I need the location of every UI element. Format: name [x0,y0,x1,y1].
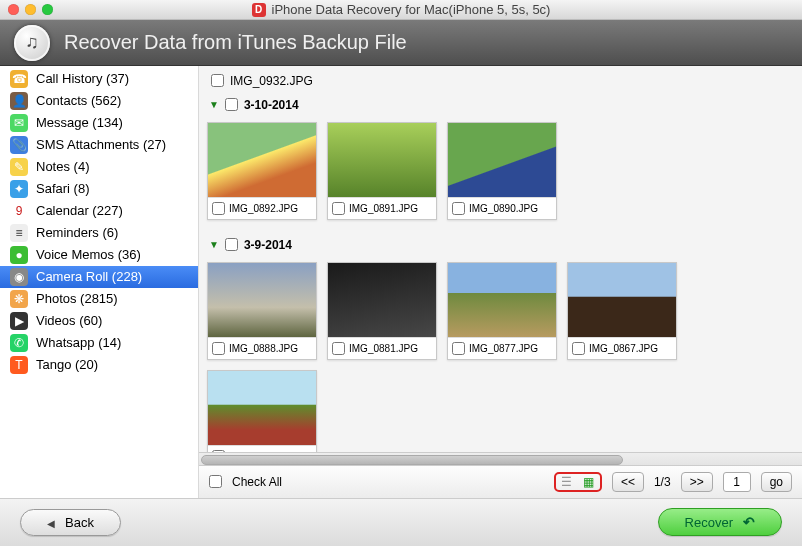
reminders-icon: ≡ [10,224,28,242]
whatsapp-icon: ✆ [10,334,28,352]
thumbnail-image[interactable] [568,263,676,338]
go-button[interactable]: go [761,472,792,492]
contacts-icon: 👤 [10,92,28,110]
sidebar-item-label: Call History (37) [36,71,129,86]
sidebar-item-label: Videos (60) [36,313,102,328]
sms-attach-icon: 📎 [10,136,28,154]
sidebar-item-voice-memos[interactable]: ●Voice Memos (36) [0,244,198,266]
thumbnail-card[interactable]: IMG_0892.JPG [207,122,317,220]
sidebar-item-label: SMS Attachments (27) [36,137,166,152]
arrow-left-icon [47,515,55,530]
thumbnail-checkbox[interactable] [572,342,585,355]
thumbnail-filename: IMG_0888.JPG [229,343,298,354]
disclosure-triangle-icon[interactable]: ▼ [209,99,219,110]
thumbnail-checkbox[interactable] [212,342,225,355]
thumbnail-image[interactable] [208,123,316,198]
prev-page-button[interactable]: << [612,472,644,492]
sidebar-item-camera-roll[interactable]: ◉Camera Roll (228) [0,266,198,288]
thumbnail-image[interactable] [208,371,316,446]
voice-memos-icon: ● [10,246,28,264]
date-group-header[interactable]: ▼3-9-2014 [207,234,794,258]
sidebar-item-reminders[interactable]: ≡Reminders (6) [0,222,198,244]
page-number-input[interactable] [723,472,751,492]
thumbnail-filename: IMG_0891.JPG [349,203,418,214]
thumbnail-image[interactable] [448,263,556,338]
sidebar-item-label: Calendar (227) [36,203,123,218]
camera-roll-icon: ◉ [10,268,28,286]
list-view-icon[interactable]: ☰ [556,474,578,490]
sidebar-item-message[interactable]: ✉Message (134) [0,112,198,134]
thumbnail-card[interactable]: IMG_0881.JPG [327,262,437,360]
sidebar-item-photos[interactable]: ❋Photos (2815) [0,288,198,310]
thumbnail-image[interactable] [448,123,556,198]
thumbnail-caption: IMG_0891.JPG [328,198,436,219]
back-button[interactable]: Back [20,509,121,536]
thumbnail-caption: IMG_0881.JPG [328,338,436,359]
sidebar-item-notes[interactable]: ✎Notes (4) [0,156,198,178]
thumbnail-checkbox[interactable] [212,202,225,215]
thumbnail-card[interactable]: IMG_0866.JPG [207,370,317,452]
thumbnail-card[interactable]: IMG_0888.JPG [207,262,317,360]
horizontal-scrollbar[interactable] [199,452,802,465]
sidebar-item-label: Tango (20) [36,357,98,372]
view-mode-toggle[interactable]: ☰ ▦ [554,472,602,492]
sidebar-item-tango[interactable]: TTango (20) [0,354,198,376]
sidebar-item-label: Reminders (6) [36,225,118,240]
sidebar-item-whatsapp[interactable]: ✆Whatsapp (14) [0,332,198,354]
group-checkbox[interactable] [225,98,238,111]
sidebar-item-label: Camera Roll (228) [36,269,142,284]
grid-view-icon[interactable]: ▦ [578,474,600,490]
window-close-button[interactable] [8,4,19,15]
thumbnail-card[interactable]: IMG_0867.JPG [567,262,677,360]
recover-button-label: Recover [685,515,733,530]
sidebar-item-safari[interactable]: ✦Safari (8) [0,178,198,200]
sidebar-item-label: Safari (8) [36,181,89,196]
header-logo-icon: ♫ [14,25,50,61]
file-name: IMG_0932.JPG [230,74,313,88]
disclosure-triangle-icon[interactable]: ▼ [209,239,219,250]
sidebar-item-videos[interactable]: ▶Videos (60) [0,310,198,332]
window-minimize-button[interactable] [25,4,36,15]
thumbnail-image[interactable] [328,263,436,338]
horizontal-scrollbar-thumb[interactable] [201,455,623,465]
notes-icon: ✎ [10,158,28,176]
thumbnail-caption: IMG_0890.JPG [448,198,556,219]
page-header: ♫ Recover Data from iTunes Backup File [0,20,802,66]
thumbnail-image[interactable] [328,123,436,198]
window-zoom-button[interactable] [42,4,53,15]
thumbnail-card[interactable]: IMG_0890.JPG [447,122,557,220]
thumbnail-filename: IMG_0890.JPG [469,203,538,214]
sidebar-item-sms-attach[interactable]: 📎SMS Attachments (27) [0,134,198,156]
thumbnail-checkbox[interactable] [452,202,465,215]
sidebar-item-label: Whatsapp (14) [36,335,121,350]
thumbnail-scroll-area[interactable]: IMG_0932.JPG▼3-10-2014IMG_0892.JPGIMG_08… [199,66,802,452]
thumbnail-image[interactable] [208,263,316,338]
file-row[interactable]: IMG_0932.JPG [207,72,794,90]
sidebar-item-label: Notes (4) [36,159,89,174]
sidebar-item-calendar[interactable]: 9Calendar (227) [0,200,198,222]
thumbnail-card[interactable]: IMG_0891.JPG [327,122,437,220]
thumbnail-checkbox[interactable] [332,202,345,215]
thumbnail-caption: IMG_0892.JPG [208,198,316,219]
date-group-header[interactable]: ▼3-10-2014 [207,94,794,118]
sidebar-item-contacts[interactable]: 👤Contacts (562) [0,90,198,112]
sidebar-item-call-history[interactable]: ☎Call History (37) [0,68,198,90]
group-checkbox[interactable] [225,238,238,251]
thumbnail-checkbox[interactable] [332,342,345,355]
thumbnail-checkbox[interactable] [452,342,465,355]
thumbnail-caption: IMG_0888.JPG [208,338,316,359]
thumbnail-filename: IMG_0867.JPG [589,343,658,354]
call-history-icon: ☎ [10,70,28,88]
group-date-label: 3-9-2014 [244,238,292,252]
safari-icon: ✦ [10,180,28,198]
category-sidebar[interactable]: ☎Call History (37)👤Contacts (562)✉Messag… [0,66,199,498]
next-page-button[interactable]: >> [681,472,713,492]
thumbnail-filename: IMG_0881.JPG [349,343,418,354]
thumbnail-card[interactable]: IMG_0877.JPG [447,262,557,360]
recover-button[interactable]: Recover [658,508,782,536]
page-indicator: 1/3 [654,475,671,489]
content-pane: IMG_0932.JPG▼3-10-2014IMG_0892.JPGIMG_08… [199,66,802,498]
window-titlebar: D iPhone Data Recovery for Mac(iPhone 5,… [0,0,802,20]
file-checkbox[interactable] [211,74,224,87]
check-all-checkbox[interactable] [209,475,222,488]
